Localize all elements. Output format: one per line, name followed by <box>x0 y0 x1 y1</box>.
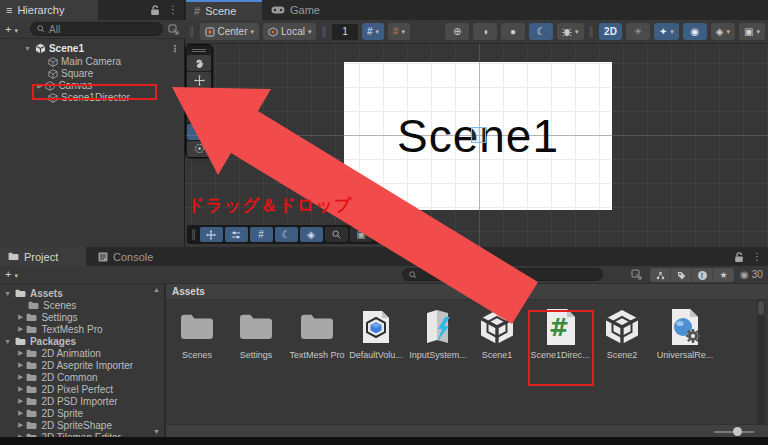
chevron-down-icon[interactable]: ▼ <box>4 290 11 297</box>
overlay-sliders-button[interactable] <box>225 227 248 242</box>
snap-increment-button[interactable]: # ▾ <box>388 23 410 40</box>
open-in-search-icon[interactable] <box>631 269 642 280</box>
scene-effects-button[interactable]: ✦ ▾ <box>654 23 679 40</box>
tree-label: Assets <box>30 288 63 299</box>
tree-item-2d-common[interactable]: ▶2D Common <box>0 371 164 383</box>
kebab-menu-icon[interactable]: ⋮ <box>752 252 762 262</box>
assets-breadcrumb[interactable]: Assets <box>166 284 768 300</box>
chevron-right-icon[interactable]: ▶ <box>18 349 23 357</box>
tree-item-packages[interactable]: ▼Packages <box>0 335 164 347</box>
chevron-down-icon[interactable]: ▼ <box>24 45 31 52</box>
hierarchy-row-scene1[interactable]: ▼ Scene1 ⋮ <box>0 42 185 55</box>
rect-tool-button[interactable] <box>187 124 211 140</box>
tree-item-assets[interactable]: ▼Assets <box>0 287 164 299</box>
tree-item-2d-aseprite[interactable]: ▶2D Aseprite Importer <box>0 359 164 371</box>
hand-tool-button[interactable] <box>187 55 211 71</box>
rotate-tool-button[interactable] <box>187 89 211 105</box>
moon-icon: ☾ <box>537 27 546 37</box>
chevron-down-icon[interactable]: ▼ <box>4 338 11 345</box>
kebab-menu-icon[interactable]: ⋮ <box>170 44 180 54</box>
shaded-mode-button[interactable]: ⊕ <box>445 23 469 40</box>
asset-tile-scene1[interactable]: Scene1 <box>467 308 527 360</box>
search-by-type-button[interactable] <box>650 268 671 282</box>
tree-item-settings[interactable]: ▶Settings <box>0 311 164 323</box>
debug-draw-mode-button[interactable]: ▾ <box>557 23 584 40</box>
assets-scrollbar[interactable] <box>757 300 765 424</box>
pivot-mode-button[interactable]: Center▾ <box>200 23 260 40</box>
tree-item-2d-sprite[interactable]: ▶2D Sprite <box>0 407 164 419</box>
2d-mode-toggle[interactable]: 2D <box>599 23 622 40</box>
folder-icon <box>26 361 37 370</box>
tree-item-2d-animation[interactable]: ▶2D Animation <box>0 347 164 359</box>
overlay-search-button[interactable] <box>325 227 348 242</box>
hierarchy-create-button[interactable]: + ▾ <box>5 23 18 35</box>
asset-tile-textmeshpro[interactable]: TextMesh Pro <box>287 308 347 360</box>
tab-console[interactable]: Console <box>86 247 176 266</box>
asset-tile-defaultvolume[interactable]: DefaultVolu... <box>346 308 406 360</box>
wireframe-mode-button[interactable]: ◑ <box>473 23 497 40</box>
asset-tile-settings[interactable]: Settings <box>226 308 286 360</box>
move-tool-button[interactable] <box>187 72 211 88</box>
asset-tile-scene2[interactable]: Scene2 <box>592 308 652 360</box>
drag-handle-icon[interactable]: ∥ <box>190 228 198 241</box>
scroll-up-icon[interactable]: ▲ <box>153 286 163 293</box>
asset-tile-scenes[interactable]: Scenes <box>167 308 227 360</box>
asset-tile-inputsystem[interactable]: InputSystem... <box>408 308 468 360</box>
scene-visibility-toggle[interactable]: ◉ <box>683 23 707 40</box>
hierarchy-search-input[interactable]: All <box>30 22 163 36</box>
search-by-label-button[interactable] <box>671 268 692 282</box>
tree-item-2d-psd-importer[interactable]: ▶2D PSD Importer <box>0 395 164 407</box>
ui-canvas[interactable]: Scene1 <box>344 62 612 210</box>
overlay-layers-button[interactable]: ◈ <box>300 227 323 242</box>
chevron-right-icon[interactable]: ▶ <box>18 421 23 429</box>
asset-tile-universalrp[interactable]: UniversalRe... <box>655 308 715 360</box>
unlock-icon[interactable] <box>734 252 744 263</box>
overlay-shuffle-button[interactable]: × <box>375 227 398 242</box>
chevron-right-icon[interactable]: ▶ <box>18 361 23 369</box>
selection-gizmo[interactable] <box>471 127 486 143</box>
drag-handle-icon[interactable]: ∥ <box>188 25 196 38</box>
slider-knob[interactable] <box>733 427 742 436</box>
overlay-lighting-button[interactable]: ☾ <box>275 227 298 242</box>
chevron-right-icon[interactable]: ▶ <box>18 373 23 381</box>
kebab-menu-icon[interactable]: ⋮ <box>168 5 178 15</box>
camera-settings-button[interactable]: ▣ ▾ <box>739 23 765 40</box>
scene-lighting-toggle[interactable]: ☾ <box>529 23 553 40</box>
hidden-objects-counter[interactable]: ◉ 30 <box>740 269 763 280</box>
project-create-button[interactable]: + ▾ <box>5 268 18 280</box>
overlay-grid-button[interactable]: # <box>250 227 273 242</box>
overlay-move-button[interactable] <box>200 227 223 242</box>
project-search-input[interactable] <box>402 268 603 281</box>
tab-project[interactable]: Project <box>0 247 86 266</box>
alert-filter-button[interactable]: ! <box>692 268 713 282</box>
tab-hierarchy[interactable]: ≡ Hierarchy <box>0 0 98 20</box>
favorites-button[interactable]: ★ <box>713 268 734 282</box>
tab-game[interactable]: Game <box>263 0 337 20</box>
scene-viewport[interactable]: Scene1 ∥ <box>185 44 768 247</box>
tree-item-2d-pixel-perfect[interactable]: ▶2D Pixel Perfect <box>0 383 164 395</box>
chevron-right-icon[interactable]: ▶ <box>18 313 23 321</box>
scale-tool-button[interactable] <box>187 106 211 122</box>
scrollbar-thumb[interactable] <box>758 301 764 315</box>
tree-item-textmeshpro[interactable]: ▶TextMesh Pro <box>0 323 164 335</box>
layers-button[interactable]: ◈ ▾ <box>711 23 735 40</box>
rotation-mode-button[interactable]: Local▾ <box>263 23 316 40</box>
tree-item-scenes[interactable]: Scenes <box>0 299 164 311</box>
chevron-right-icon[interactable]: ▶ <box>18 409 23 417</box>
scroll-down-icon[interactable]: ▼ <box>153 428 163 435</box>
transform-tool-button[interactable] <box>187 141 211 157</box>
overlay-drag-handle[interactable] <box>192 49 206 50</box>
grid-snapping-button[interactable]: # ▾ <box>362 23 384 40</box>
grid-size-input[interactable]: 1 <box>332 24 358 40</box>
annotation-drag-drop-text: ドラッグ＆ドロップ <box>187 194 352 217</box>
chevron-right-icon[interactable]: ▶ <box>18 397 23 405</box>
overlay-gizmos-button[interactable]: ▣ <box>350 227 373 242</box>
tab-scene[interactable]: # Scene <box>186 0 262 20</box>
unlock-icon[interactable] <box>150 5 160 16</box>
tree-item-2d-spriteshape[interactable]: ▶2D SpriteShape <box>0 419 164 431</box>
scene-light-toggle[interactable]: ☀ <box>626 23 650 40</box>
scene-picking-icon[interactable] <box>168 24 179 35</box>
shading-mode-button[interactable]: ● <box>501 23 525 40</box>
chevron-right-icon[interactable]: ▶ <box>18 385 23 393</box>
chevron-right-icon[interactable]: ▶ <box>18 325 23 333</box>
